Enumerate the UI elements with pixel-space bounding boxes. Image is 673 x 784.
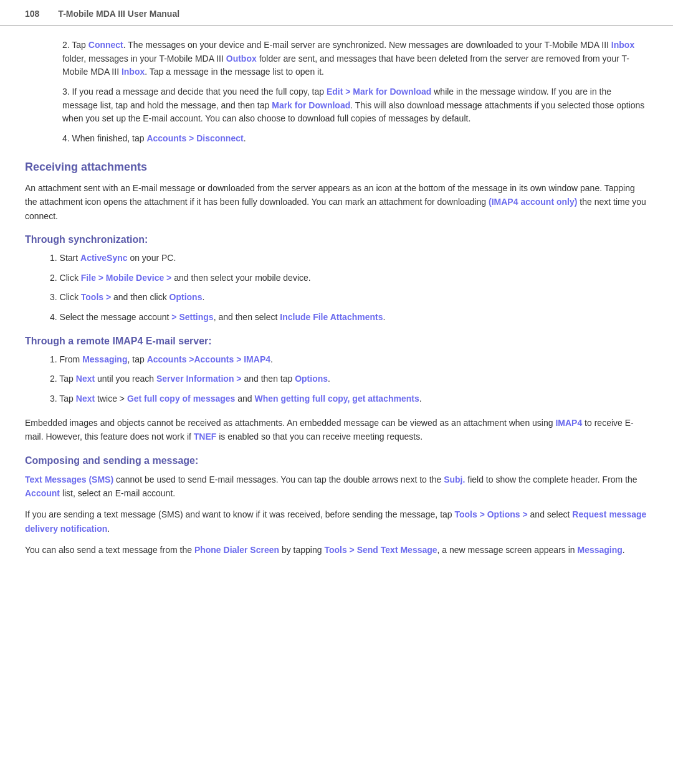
page-title: T-Mobile MDA III User Manual [58,9,179,19]
composing-para2: If you are sending a text message (SMS) … [25,508,648,536]
through-sync-heading: Through synchronization: [25,234,648,245]
subj-link: Subj. [444,475,465,484]
composing-para1: Text Messages (SMS) cannot be used to se… [25,473,648,501]
get-attachments-link: When getting full copy, get attachments [255,394,419,404]
page-header: 108 T-Mobile MDA III User Manual [0,0,673,26]
intro-list: 2. Tap Connect. The messages on your dev… [62,39,648,146]
mark-download-link: Mark for Download [272,100,350,110]
server-info-link: Server Information > [156,374,242,384]
composing-para3: You can also send a text message from th… [25,543,648,557]
connect-link: Connect [88,40,123,50]
tnef-link: TNEF [194,432,217,442]
through-sync-list: 1. Start ActiveSync on your PC. 2. Click… [50,252,648,324]
list-item: 1. Start ActiveSync on your PC. [50,252,648,265]
list-item: 2. Tap Next until you reach Server Infor… [50,372,648,386]
page-number: 108 [25,9,39,19]
tools-options-link: Tools > Options > [454,509,527,519]
list-item: 3. Tap Next twice > Get full copy of mes… [50,392,648,406]
list-item: 2. Click File > Mobile Device > and then… [50,272,648,285]
options-link2: Options [295,374,328,384]
activesync-link: ActiveSync [80,253,127,263]
file-mobile-link: File > Mobile Device > [81,273,172,283]
inbox-link: Inbox [611,40,634,50]
accounts-disconnect-link: Accounts > Disconnect [146,133,243,143]
next-link2: Next [76,394,95,404]
options-link: Options [169,292,203,302]
get-full-copy-link: Get full copy of messages [127,394,236,404]
item-number: 3. [62,87,72,97]
composing-heading: Composing and sending a message: [25,455,648,466]
accounts-imap4-link: Accounts >Accounts > IMAP4 [147,354,270,364]
through-imap4-list: 1. From Messaging, tap Accounts >Account… [50,353,648,406]
receiving-attachments-heading: Receiving attachments [25,161,648,174]
item-text: If you read a message and decide that yo… [62,87,644,123]
item-number: 2. [62,40,72,50]
phone-dialer-link: Phone Dialer Screen [194,545,279,555]
inbox-link2: Inbox [122,67,145,77]
list-item: 3. Click Tools > and then click Options. [50,291,648,305]
page-container: 108 T-Mobile MDA III User Manual 2. Tap … [0,0,673,784]
page-content: 2. Tap Connect. The messages on your dev… [0,39,673,590]
messaging-link2: Messaging [578,545,623,555]
send-text-link: Tools > Send Text Message [324,545,437,555]
request-notification-link: Request message delivery notification [25,509,646,533]
messaging-link: Messaging [82,354,127,364]
tools-link: Tools > [81,292,111,302]
list-item: 4. When finished, tap Accounts > Disconn… [62,132,648,146]
item-number: 4. [62,133,72,143]
list-item: 2. Tap Connect. The messages on your dev… [62,39,648,79]
through-imap4-heading: Through a remote IMAP4 E-mail server: [25,336,648,347]
next-link: Next [76,374,95,384]
include-attachments-link: Include File Attachments [280,312,383,322]
edit-mark-link: Edit > Mark for Download [327,87,431,97]
list-item: 4. Select the message account > Settings… [50,311,648,324]
account-link: Account [25,488,60,498]
settings-link: > Settings [171,312,213,322]
imap4-account-only-link: (IMAP4 account only) [489,197,577,207]
receiving-attachments-body: An attachment sent with an E-mail messag… [25,181,648,223]
sms-link: Text Messages (SMS) [25,475,113,484]
list-item: 1. From Messaging, tap Accounts >Account… [50,353,648,367]
embedded-text: Embedded images and objects cannot be re… [25,416,648,444]
outbox-link: Outbox [226,54,257,64]
list-item: 3. If you read a message and decide that… [62,85,648,126]
item-text: When finished, tap Accounts > Disconnect… [72,133,246,143]
item-text: Tap Connect. The messages on your device… [62,40,634,77]
imap4-link: IMAP4 [555,418,582,428]
